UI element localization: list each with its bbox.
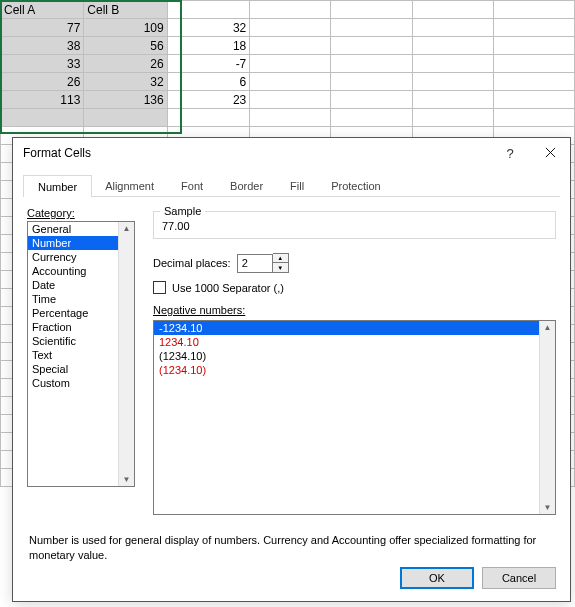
format-cells-dialog: Format Cells ? NumberAlignmentFontBorder… [12,137,571,602]
cell[interactable]: 32 [167,19,250,37]
cell[interactable]: 6 [167,73,250,91]
thousands-separator-label: Use 1000 Separator (,) [172,282,284,294]
titlebar[interactable]: Format Cells ? [13,138,570,168]
thousands-separator-checkbox[interactable] [153,281,166,294]
chevron-up-icon[interactable]: ▲ [123,222,131,235]
header-cell[interactable]: Cell A [1,1,84,19]
cancel-button[interactable]: Cancel [482,567,556,589]
scrollbar[interactable]: ▲▼ [539,321,555,514]
decimal-places-input[interactable] [237,254,273,273]
sample-label: Sample [160,205,205,217]
cell[interactable]: 136 [84,91,167,109]
negative-numbers-list[interactable]: -1234.101234.10(1234.10)(1234.10)▲▼ [153,320,556,515]
scrollbar[interactable]: ▲▼ [118,222,134,486]
close-icon [545,146,556,161]
negative-format-item[interactable]: 1234.10 [154,335,555,349]
cell[interactable]: 56 [84,37,167,55]
dialog-title: Format Cells [23,146,490,160]
tab-border[interactable]: Border [216,175,277,197]
cell[interactable]: 26 [1,73,84,91]
ok-button[interactable]: OK [400,567,474,589]
chevron-up-icon[interactable]: ▲ [544,321,552,334]
negative-format-item[interactable]: (1234.10) [154,349,555,363]
negative-format-item[interactable]: -1234.10 [154,321,555,335]
cell[interactable]: 113 [1,91,84,109]
sample-value: 77.00 [162,220,547,232]
cell[interactable]: 77 [1,19,84,37]
category-description: Number is used for general display of nu… [13,515,570,563]
header-cell[interactable] [167,1,250,19]
tab-strip: NumberAlignmentFontBorderFillProtection [23,174,560,196]
tab-number[interactable]: Number [23,175,92,197]
category-label: Category: [27,207,135,219]
cell[interactable]: 38 [1,37,84,55]
cell[interactable]: 23 [167,91,250,109]
tab-alignment[interactable]: Alignment [91,175,168,197]
chevron-down-icon[interactable]: ▼ [544,501,552,514]
cell[interactable]: -7 [167,55,250,73]
decimal-spinner[interactable]: ▲ ▼ [273,253,289,273]
help-button[interactable]: ? [490,138,530,168]
spinner-up-icon[interactable]: ▲ [273,254,288,263]
negative-format-item[interactable]: (1234.10) [154,363,555,377]
cell[interactable]: 33 [1,55,84,73]
chevron-down-icon[interactable]: ▼ [123,473,131,486]
header-cell[interactable]: Cell B [84,1,167,19]
tab-protection[interactable]: Protection [317,175,395,197]
cell[interactable]: 109 [84,19,167,37]
decimal-places-label: Decimal places: [153,257,231,269]
cell[interactable]: 32 [84,73,167,91]
tab-font[interactable]: Font [167,175,217,197]
tab-fill[interactable]: Fill [276,175,318,197]
negative-numbers-label: Negative numbers: [153,304,556,316]
spinner-down-icon[interactable]: ▼ [273,263,288,272]
cell[interactable]: 26 [84,55,167,73]
category-list[interactable]: GeneralNumberCurrencyAccountingDateTimeP… [27,221,135,487]
close-button[interactable] [530,138,570,168]
sample-box: Sample 77.00 [153,211,556,239]
cell[interactable]: 18 [167,37,250,55]
